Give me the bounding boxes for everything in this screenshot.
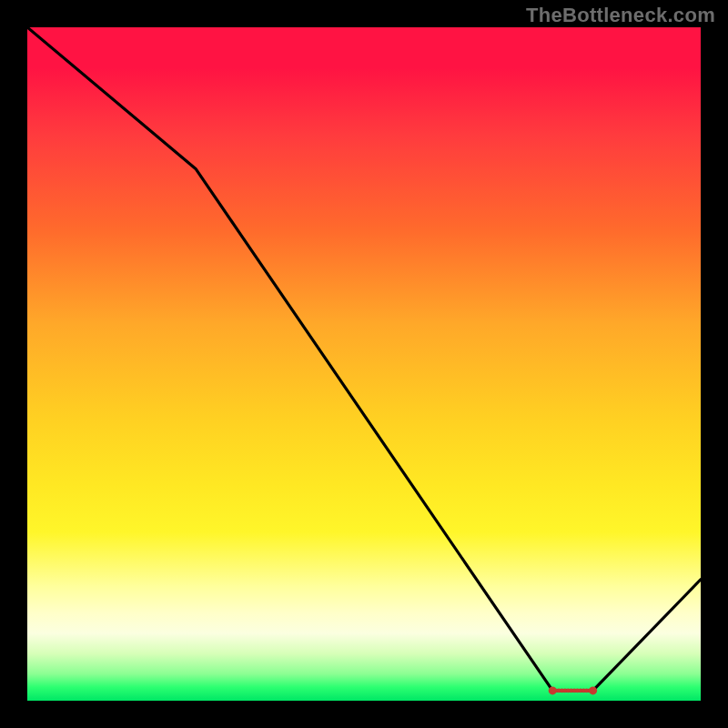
flat-segment-dots — [549, 686, 597, 694]
line-series — [27, 27, 701, 691]
watermark: TheBottleneck.com — [526, 4, 715, 27]
flat-inner-dot — [588, 689, 592, 693]
plot-area — [27, 27, 701, 701]
chart-stage: TheBottleneck.com — [0, 0, 728, 728]
chart-svg — [27, 27, 701, 701]
